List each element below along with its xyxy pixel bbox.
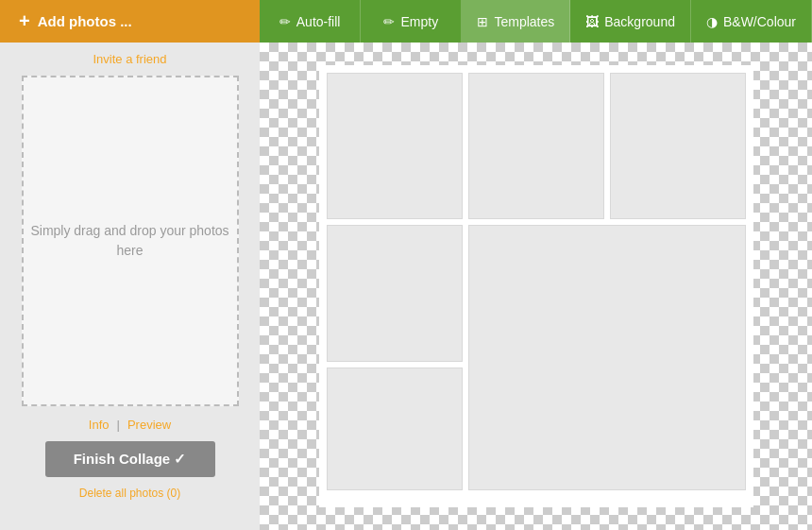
preview-link[interactable]: Preview (127, 418, 171, 432)
collage-cell-1[interactable] (327, 73, 463, 219)
tab-bw-colour[interactable]: ◑ B&W/Colour (691, 0, 812, 43)
collage-cell-4[interactable] (327, 225, 463, 362)
collage-cell-5[interactable] (468, 225, 746, 490)
sidebar: Invite a friend Simply drag and drop you… (0, 43, 260, 530)
canvas-area (260, 43, 812, 530)
photo-drop-zone[interactable]: Simply drag and drop your photos here (22, 76, 239, 406)
add-photos-button[interactable]: + Add photos ... (0, 0, 260, 43)
tab-empty[interactable]: ✏ Empty (361, 0, 462, 43)
main-area: Invite a friend Simply drag and drop you… (0, 43, 812, 530)
add-photos-label: Add photos ... (38, 13, 132, 29)
tab-auto-fill-label: Auto-fill (296, 14, 341, 29)
background-icon: 🖼 (585, 14, 599, 29)
tab-background[interactable]: 🖼 Background (570, 0, 691, 43)
tab-bw-colour-label: B&W/Colour (723, 14, 796, 29)
sidebar-links: Info | Preview (89, 418, 171, 432)
toolbar-tabs: ✏ Auto-fill ✏ Empty ⊞ Templates 🖼 Backgr… (260, 0, 812, 43)
finish-collage-button[interactable]: Finish Collage ✓ (45, 441, 215, 477)
finish-collage-label: Finish Collage ✓ (74, 451, 187, 468)
contrast-icon: ◑ (706, 14, 718, 29)
collage-cell-3[interactable] (610, 73, 746, 219)
tab-auto-fill[interactable]: ✏ Auto-fill (260, 0, 361, 43)
plus-icon: + (19, 10, 30, 32)
collage-cell-6[interactable] (327, 368, 463, 490)
autofill-icon: ✏ (279, 14, 291, 29)
tab-templates-label: Templates (494, 14, 554, 29)
empty-icon: ✏ (383, 14, 395, 29)
tab-background-label: Background (604, 14, 675, 29)
info-link[interactable]: Info (89, 418, 110, 432)
collage-canvas (319, 65, 753, 507)
invite-friend-link[interactable]: Invite a friend (93, 52, 166, 66)
drop-zone-text: Simply drag and drop your photos here (24, 221, 237, 261)
toolbar: + Add photos ... ✏ Auto-fill ✏ Empty ⊞ T… (0, 0, 812, 43)
link-divider: | (117, 418, 120, 432)
templates-icon: ⊞ (477, 14, 488, 29)
delete-photos-link[interactable]: Delete all photos (0) (79, 487, 180, 500)
tab-empty-label: Empty (400, 14, 438, 29)
collage-cell-2[interactable] (468, 73, 604, 219)
tab-templates[interactable]: ⊞ Templates (462, 0, 570, 43)
